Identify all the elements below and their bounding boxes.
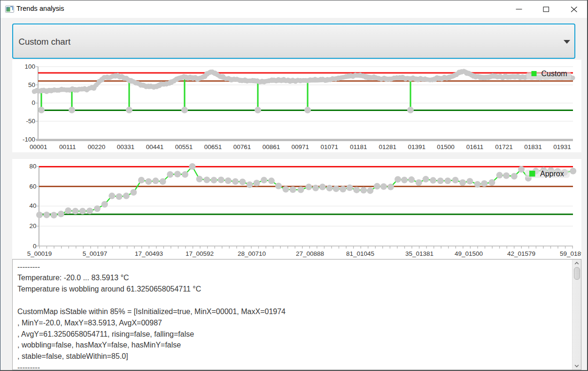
svg-text:42_01579: 42_01579 bbox=[507, 250, 535, 257]
svg-text:17_00493: 17_00493 bbox=[135, 250, 163, 257]
svg-text:01721: 01721 bbox=[495, 143, 513, 150]
svg-text:01071: 01071 bbox=[321, 143, 339, 150]
svg-text:00761: 00761 bbox=[233, 143, 251, 150]
svg-text:-100: -100 bbox=[23, 135, 35, 142]
svg-text:60: 60 bbox=[29, 183, 36, 190]
svg-text:00331: 00331 bbox=[117, 143, 135, 150]
svg-text:-50: -50 bbox=[26, 118, 35, 125]
svg-text:00220: 00220 bbox=[88, 143, 106, 150]
svg-text:01931: 01931 bbox=[553, 143, 571, 150]
svg-text:0: 0 bbox=[33, 243, 37, 250]
svg-text:00111: 00111 bbox=[59, 143, 76, 150]
svg-text:01391: 01391 bbox=[408, 143, 426, 150]
svg-text:50: 50 bbox=[28, 81, 35, 88]
svg-text:00551: 00551 bbox=[175, 143, 193, 150]
svg-text:00971: 00971 bbox=[292, 143, 309, 150]
svg-text:00001: 00001 bbox=[30, 143, 47, 150]
svg-text:0: 0 bbox=[31, 99, 35, 106]
svg-text:35_01381: 35_01381 bbox=[405, 250, 433, 257]
svg-text:20: 20 bbox=[29, 222, 36, 229]
svg-text:80: 80 bbox=[29, 163, 36, 170]
svg-text:49_01500: 49_01500 bbox=[455, 250, 483, 257]
svg-text:40: 40 bbox=[29, 202, 36, 209]
svg-text:28_00710: 28_00710 bbox=[238, 250, 266, 257]
svg-text:01611: 01611 bbox=[466, 143, 484, 150]
svg-text:17_00592: 17_00592 bbox=[186, 250, 214, 257]
svg-text:59_01896: 59_01896 bbox=[560, 250, 581, 257]
svg-text:01181: 01181 bbox=[350, 143, 367, 150]
svg-text:27_00888: 27_00888 bbox=[296, 250, 324, 257]
svg-text:Custom: Custom bbox=[542, 70, 567, 78]
svg-text:100: 100 bbox=[24, 63, 35, 70]
svg-text:5_00019: 5_00019 bbox=[27, 250, 52, 257]
svg-text:00651: 00651 bbox=[204, 143, 222, 150]
svg-text:01281: 01281 bbox=[379, 143, 396, 150]
svg-text:5_00197: 5_00197 bbox=[83, 250, 108, 257]
svg-text:81_01045: 81_01045 bbox=[346, 250, 374, 257]
svg-text:00861: 00861 bbox=[263, 143, 280, 150]
svg-text:01831: 01831 bbox=[524, 143, 542, 150]
svg-text:Approx: Approx bbox=[540, 170, 564, 178]
svg-text:00441: 00441 bbox=[146, 143, 164, 150]
svg-text:01500: 01500 bbox=[437, 143, 455, 150]
